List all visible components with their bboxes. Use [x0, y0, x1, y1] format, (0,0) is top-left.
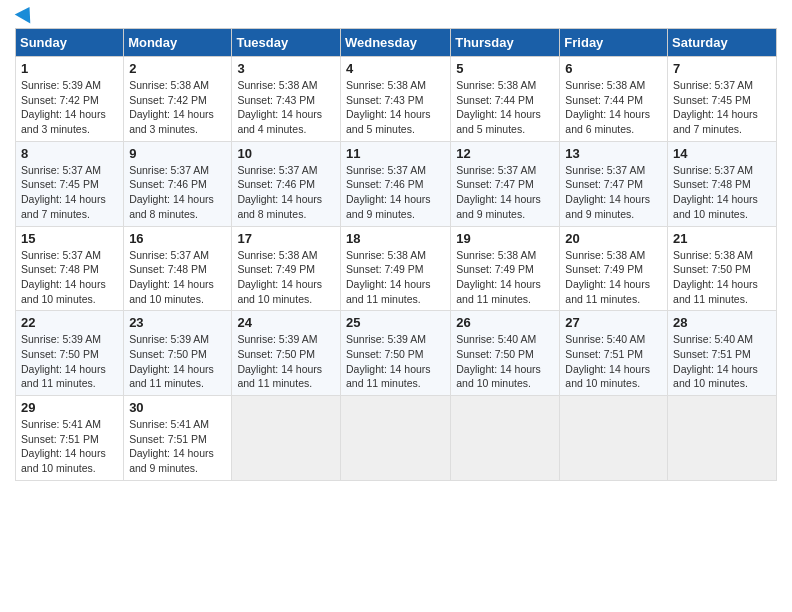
day-number: 29 [21, 400, 118, 415]
weekday-header-friday: Friday [560, 29, 668, 57]
day-number: 18 [346, 231, 445, 246]
weekday-header-saturday: Saturday [668, 29, 777, 57]
day-cell: 24Sunrise: 5:39 AMSunset: 7:50 PMDayligh… [232, 311, 341, 396]
day-cell: 7Sunrise: 5:37 AMSunset: 7:45 PMDaylight… [668, 57, 777, 142]
logo-triangle-icon [15, 2, 38, 23]
day-cell: 5Sunrise: 5:38 AMSunset: 7:44 PMDaylight… [451, 57, 560, 142]
day-number: 1 [21, 61, 118, 76]
day-number: 24 [237, 315, 335, 330]
day-info: Sunrise: 5:38 AMSunset: 7:50 PMDaylight:… [673, 248, 771, 307]
day-number: 19 [456, 231, 554, 246]
day-cell: 29Sunrise: 5:41 AMSunset: 7:51 PMDayligh… [16, 396, 124, 481]
weekday-header-monday: Monday [124, 29, 232, 57]
day-number: 28 [673, 315, 771, 330]
calendar-table: SundayMondayTuesdayWednesdayThursdayFrid… [15, 28, 777, 481]
empty-day-cell [668, 396, 777, 481]
day-cell: 14Sunrise: 5:37 AMSunset: 7:48 PMDayligh… [668, 141, 777, 226]
day-number: 7 [673, 61, 771, 76]
day-cell: 27Sunrise: 5:40 AMSunset: 7:51 PMDayligh… [560, 311, 668, 396]
day-info: Sunrise: 5:40 AMSunset: 7:50 PMDaylight:… [456, 332, 554, 391]
day-cell: 11Sunrise: 5:37 AMSunset: 7:46 PMDayligh… [340, 141, 450, 226]
day-number: 30 [129, 400, 226, 415]
day-number: 2 [129, 61, 226, 76]
day-cell: 19Sunrise: 5:38 AMSunset: 7:49 PMDayligh… [451, 226, 560, 311]
day-cell: 23Sunrise: 5:39 AMSunset: 7:50 PMDayligh… [124, 311, 232, 396]
calendar-week-row: 1Sunrise: 5:39 AMSunset: 7:42 PMDaylight… [16, 57, 777, 142]
calendar-week-row: 22Sunrise: 5:39 AMSunset: 7:50 PMDayligh… [16, 311, 777, 396]
day-info: Sunrise: 5:37 AMSunset: 7:47 PMDaylight:… [565, 163, 662, 222]
day-info: Sunrise: 5:38 AMSunset: 7:43 PMDaylight:… [346, 78, 445, 137]
day-info: Sunrise: 5:37 AMSunset: 7:48 PMDaylight:… [21, 248, 118, 307]
weekday-header-thursday: Thursday [451, 29, 560, 57]
weekday-header-row: SundayMondayTuesdayWednesdayThursdayFrid… [16, 29, 777, 57]
day-info: Sunrise: 5:40 AMSunset: 7:51 PMDaylight:… [673, 332, 771, 391]
calendar-week-row: 15Sunrise: 5:37 AMSunset: 7:48 PMDayligh… [16, 226, 777, 311]
day-cell: 8Sunrise: 5:37 AMSunset: 7:45 PMDaylight… [16, 141, 124, 226]
day-info: Sunrise: 5:38 AMSunset: 7:49 PMDaylight:… [237, 248, 335, 307]
empty-day-cell [451, 396, 560, 481]
day-number: 25 [346, 315, 445, 330]
day-number: 4 [346, 61, 445, 76]
day-cell: 26Sunrise: 5:40 AMSunset: 7:50 PMDayligh… [451, 311, 560, 396]
empty-day-cell [560, 396, 668, 481]
day-number: 5 [456, 61, 554, 76]
day-cell: 16Sunrise: 5:37 AMSunset: 7:48 PMDayligh… [124, 226, 232, 311]
day-number: 26 [456, 315, 554, 330]
day-info: Sunrise: 5:39 AMSunset: 7:50 PMDaylight:… [237, 332, 335, 391]
logo [15, 10, 35, 20]
day-info: Sunrise: 5:37 AMSunset: 7:47 PMDaylight:… [456, 163, 554, 222]
day-info: Sunrise: 5:37 AMSunset: 7:48 PMDaylight:… [129, 248, 226, 307]
day-number: 17 [237, 231, 335, 246]
day-number: 12 [456, 146, 554, 161]
day-cell: 17Sunrise: 5:38 AMSunset: 7:49 PMDayligh… [232, 226, 341, 311]
day-info: Sunrise: 5:38 AMSunset: 7:44 PMDaylight:… [565, 78, 662, 137]
day-number: 11 [346, 146, 445, 161]
day-number: 6 [565, 61, 662, 76]
day-info: Sunrise: 5:40 AMSunset: 7:51 PMDaylight:… [565, 332, 662, 391]
day-number: 23 [129, 315, 226, 330]
calendar-week-row: 8Sunrise: 5:37 AMSunset: 7:45 PMDaylight… [16, 141, 777, 226]
day-info: Sunrise: 5:38 AMSunset: 7:49 PMDaylight:… [456, 248, 554, 307]
day-info: Sunrise: 5:38 AMSunset: 7:49 PMDaylight:… [346, 248, 445, 307]
day-cell: 4Sunrise: 5:38 AMSunset: 7:43 PMDaylight… [340, 57, 450, 142]
day-cell: 9Sunrise: 5:37 AMSunset: 7:46 PMDaylight… [124, 141, 232, 226]
day-cell: 21Sunrise: 5:38 AMSunset: 7:50 PMDayligh… [668, 226, 777, 311]
day-number: 21 [673, 231, 771, 246]
day-number: 22 [21, 315, 118, 330]
day-info: Sunrise: 5:37 AMSunset: 7:46 PMDaylight:… [129, 163, 226, 222]
day-number: 15 [21, 231, 118, 246]
day-number: 3 [237, 61, 335, 76]
day-cell: 3Sunrise: 5:38 AMSunset: 7:43 PMDaylight… [232, 57, 341, 142]
day-number: 8 [21, 146, 118, 161]
day-number: 20 [565, 231, 662, 246]
day-info: Sunrise: 5:38 AMSunset: 7:44 PMDaylight:… [456, 78, 554, 137]
day-info: Sunrise: 5:37 AMSunset: 7:45 PMDaylight:… [21, 163, 118, 222]
day-cell: 30Sunrise: 5:41 AMSunset: 7:51 PMDayligh… [124, 396, 232, 481]
day-info: Sunrise: 5:41 AMSunset: 7:51 PMDaylight:… [21, 417, 118, 476]
day-cell: 2Sunrise: 5:38 AMSunset: 7:42 PMDaylight… [124, 57, 232, 142]
day-cell: 22Sunrise: 5:39 AMSunset: 7:50 PMDayligh… [16, 311, 124, 396]
day-cell: 18Sunrise: 5:38 AMSunset: 7:49 PMDayligh… [340, 226, 450, 311]
empty-day-cell [232, 396, 341, 481]
page-header [15, 10, 777, 20]
day-info: Sunrise: 5:37 AMSunset: 7:46 PMDaylight:… [237, 163, 335, 222]
day-info: Sunrise: 5:37 AMSunset: 7:48 PMDaylight:… [673, 163, 771, 222]
day-info: Sunrise: 5:38 AMSunset: 7:42 PMDaylight:… [129, 78, 226, 137]
day-number: 27 [565, 315, 662, 330]
day-cell: 13Sunrise: 5:37 AMSunset: 7:47 PMDayligh… [560, 141, 668, 226]
day-number: 16 [129, 231, 226, 246]
calendar-week-row: 29Sunrise: 5:41 AMSunset: 7:51 PMDayligh… [16, 396, 777, 481]
day-number: 14 [673, 146, 771, 161]
day-info: Sunrise: 5:38 AMSunset: 7:49 PMDaylight:… [565, 248, 662, 307]
day-cell: 12Sunrise: 5:37 AMSunset: 7:47 PMDayligh… [451, 141, 560, 226]
day-number: 10 [237, 146, 335, 161]
day-number: 13 [565, 146, 662, 161]
day-cell: 20Sunrise: 5:38 AMSunset: 7:49 PMDayligh… [560, 226, 668, 311]
day-cell: 15Sunrise: 5:37 AMSunset: 7:48 PMDayligh… [16, 226, 124, 311]
weekday-header-wednesday: Wednesday [340, 29, 450, 57]
empty-day-cell [340, 396, 450, 481]
day-cell: 1Sunrise: 5:39 AMSunset: 7:42 PMDaylight… [16, 57, 124, 142]
weekday-header-sunday: Sunday [16, 29, 124, 57]
weekday-header-tuesday: Tuesday [232, 29, 341, 57]
day-cell: 10Sunrise: 5:37 AMSunset: 7:46 PMDayligh… [232, 141, 341, 226]
